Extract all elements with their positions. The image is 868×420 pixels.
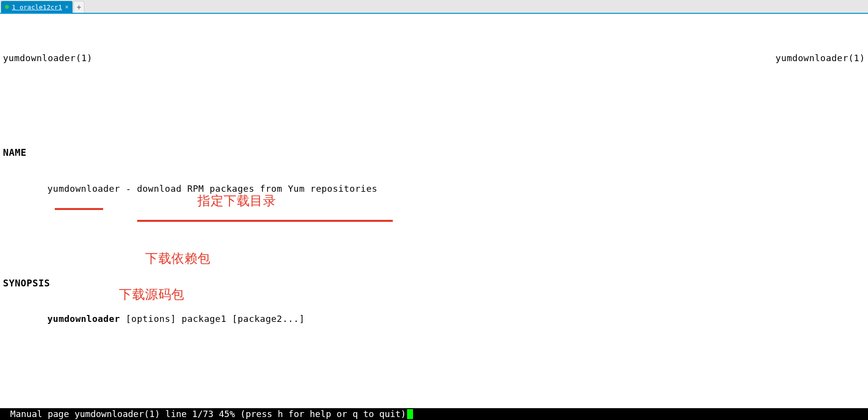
tab-bar: 1 oracle12cr1 × +	[0, 0, 868, 14]
cursor-icon	[407, 409, 413, 419]
synopsis-line: yumdownloader [options] package1 [packag…	[3, 313, 865, 325]
man-header-row: yumdownloader(1) yumdownloader(1)	[3, 52, 865, 64]
underline-destdir-icon	[55, 208, 103, 210]
terminal-viewport[interactable]: yumdownloader(1) yumdownloader(1) NAME y…	[0, 14, 868, 420]
close-icon[interactable]: ×	[65, 3, 69, 10]
plus-icon: +	[76, 3, 81, 12]
tab-label: 1 oracle12cr1	[12, 3, 62, 11]
annotation-destdir: 指定下载目录	[197, 193, 276, 210]
name-line: yumdownloader - download RPM packages fr…	[3, 183, 865, 195]
section-name-head: NAME	[3, 146, 865, 159]
section-synopsis-head: SYNOPSIS	[3, 277, 865, 289]
man-statusbar: Manual page yumdownloader(1) line 1/73 4…	[0, 408, 868, 420]
statusbar-text: Manual page yumdownloader(1) line 1/73 4…	[5, 409, 406, 419]
synopsis-rest: [options] package1 [package2...]	[120, 314, 304, 324]
tab-oracle12cr1[interactable]: 1 oracle12cr1 ×	[1, 1, 73, 13]
underline-destdir-desc-icon	[137, 220, 393, 222]
tab-add-button[interactable]: +	[74, 1, 84, 13]
synopsis-cmd: yumdownloader	[47, 314, 120, 324]
annotation-resolve: 下载依赖包	[145, 250, 211, 268]
tab-status-dot-icon	[5, 5, 9, 9]
man-header-left: yumdownloader(1)	[3, 52, 92, 64]
man-header-right: yumdownloader(1)	[776, 52, 865, 64]
